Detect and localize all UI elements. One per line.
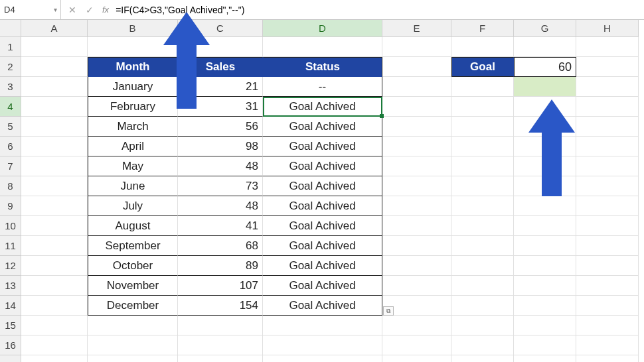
cell-F1[interactable] xyxy=(451,37,514,57)
cell-B16[interactable] xyxy=(88,335,178,355)
autofill-options-icon[interactable]: ⧉ xyxy=(383,306,394,316)
row-header-7[interactable]: 7 xyxy=(0,156,21,176)
row-header-16[interactable]: 16 xyxy=(0,335,21,355)
cell-A11[interactable] xyxy=(21,236,88,256)
cell-D8[interactable]: Goal Achived xyxy=(263,176,382,196)
cell-E13[interactable] xyxy=(382,276,451,296)
cell-G10[interactable] xyxy=(514,216,576,236)
cell-C10[interactable]: 41 xyxy=(178,216,263,236)
cell-H15[interactable] xyxy=(576,316,639,335)
cell-D6[interactable]: Goal Achived xyxy=(263,137,382,156)
cell-B15[interactable] xyxy=(88,316,178,335)
cell-D10[interactable]: Goal Achived xyxy=(263,216,382,236)
cell-H17[interactable] xyxy=(576,355,639,362)
spreadsheet-grid[interactable]: A B C D E F G H 12MonthSalesStatusGoal60… xyxy=(0,20,644,362)
row-header-8[interactable]: 8 xyxy=(0,176,21,196)
cell-F14[interactable] xyxy=(451,296,514,316)
col-header-G[interactable]: G xyxy=(514,20,576,37)
cell-G12[interactable] xyxy=(514,256,576,276)
cell-F17[interactable] xyxy=(451,355,514,362)
cell-C3[interactable]: 21 xyxy=(178,77,263,97)
cell-B17[interactable] xyxy=(88,355,178,362)
row-header-14[interactable]: 14 xyxy=(0,296,21,316)
cell-C17[interactable] xyxy=(178,355,263,362)
cell-A7[interactable] xyxy=(21,156,88,176)
cell-D15[interactable]: ⧉ xyxy=(263,316,382,335)
row-header-1[interactable]: 1 xyxy=(0,37,21,57)
cell-F5[interactable] xyxy=(451,117,514,137)
cell-F10[interactable] xyxy=(451,216,514,236)
name-box[interactable] xyxy=(0,5,50,15)
col-header-B[interactable]: B xyxy=(88,20,178,37)
cell-G17[interactable] xyxy=(514,355,576,362)
cell-B10[interactable]: August xyxy=(88,216,178,236)
cell-H9[interactable] xyxy=(576,196,639,216)
cell-C8[interactable]: 73 xyxy=(178,176,263,196)
cell-F7[interactable] xyxy=(451,156,514,176)
col-header-D[interactable]: D xyxy=(263,20,382,37)
cell-E8[interactable] xyxy=(382,176,451,196)
cell-E7[interactable] xyxy=(382,156,451,176)
cell-F16[interactable] xyxy=(451,335,514,355)
row-header-10[interactable]: 10 xyxy=(0,216,21,236)
cell-H3[interactable] xyxy=(576,77,639,97)
row-header-9[interactable]: 9 xyxy=(0,196,21,216)
cell-G16[interactable] xyxy=(514,335,576,355)
row-header-5[interactable]: 5 xyxy=(0,117,21,137)
cell-B13[interactable]: November xyxy=(88,276,178,296)
cell-H14[interactable] xyxy=(576,296,639,316)
cell-A16[interactable] xyxy=(21,335,88,355)
cell-H16[interactable] xyxy=(576,335,639,355)
cancel-icon[interactable]: ✕ xyxy=(64,5,81,15)
cell-G1[interactable] xyxy=(514,37,576,57)
row-header-3[interactable]: 3 xyxy=(0,77,21,97)
cell-A14[interactable] xyxy=(21,296,88,316)
cell-B9[interactable]: July xyxy=(88,196,178,216)
cell-H13[interactable] xyxy=(576,276,639,296)
cell-A6[interactable] xyxy=(21,137,88,156)
cell-G6[interactable] xyxy=(514,137,576,156)
row-header-12[interactable]: 12 xyxy=(0,256,21,276)
cell-F4[interactable] xyxy=(451,97,514,117)
cell-F15[interactable] xyxy=(451,316,514,335)
cell-D13[interactable]: Goal Achived xyxy=(263,276,382,296)
cell-A12[interactable] xyxy=(21,256,88,276)
cell-A10[interactable] xyxy=(21,216,88,236)
cell-E10[interactable] xyxy=(382,216,451,236)
row-header-11[interactable]: 11 xyxy=(0,236,21,256)
cell-D3[interactable]: -- xyxy=(263,77,382,97)
cell-D17[interactable] xyxy=(263,355,382,362)
cell-H2[interactable] xyxy=(576,57,639,77)
row-header-13[interactable]: 13 xyxy=(0,276,21,296)
col-header-H[interactable]: H xyxy=(576,20,639,37)
cell-G11[interactable] xyxy=(514,236,576,256)
cell-E3[interactable] xyxy=(382,77,451,97)
cell-C1[interactable] xyxy=(178,37,263,57)
cell-A13[interactable] xyxy=(21,276,88,296)
cell-E12[interactable] xyxy=(382,256,451,276)
cell-A2[interactable] xyxy=(21,57,88,77)
cell-G14[interactable] xyxy=(514,296,576,316)
cell-A4[interactable] xyxy=(21,97,88,117)
cell-F3[interactable] xyxy=(451,77,514,97)
cell-F2[interactable]: Goal xyxy=(451,57,514,77)
cell-F12[interactable] xyxy=(451,256,514,276)
formula-input[interactable] xyxy=(113,5,644,15)
cell-B2[interactable]: Month xyxy=(88,57,178,77)
cell-G8[interactable] xyxy=(514,176,576,196)
cell-G13[interactable] xyxy=(514,276,576,296)
cell-A17[interactable] xyxy=(21,355,88,362)
cell-G7[interactable] xyxy=(514,156,576,176)
cell-C6[interactable]: 98 xyxy=(178,137,263,156)
cell-D9[interactable]: Goal Achived xyxy=(263,196,382,216)
cell-D14[interactable]: Goal Achived xyxy=(263,296,382,316)
cell-H6[interactable] xyxy=(576,137,639,156)
cell-E17[interactable] xyxy=(382,355,451,362)
cell-H11[interactable] xyxy=(576,236,639,256)
cell-D2[interactable]: Status xyxy=(263,57,382,77)
cell-B8[interactable]: June xyxy=(88,176,178,196)
cell-A1[interactable] xyxy=(21,37,88,57)
cell-F6[interactable] xyxy=(451,137,514,156)
cell-B7[interactable]: May xyxy=(88,156,178,176)
cell-D11[interactable]: Goal Achived xyxy=(263,236,382,256)
